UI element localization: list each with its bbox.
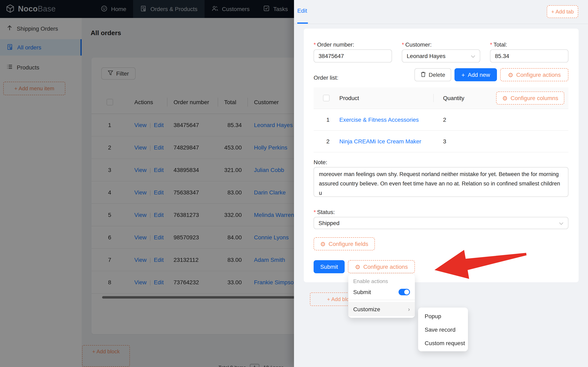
submenu-item-popup[interactable]: Popup [418, 309, 468, 323]
configure-actions-dropdown: Enable actions Submit Customize › [348, 274, 415, 318]
note-textarea[interactable]: moreover man feelings own shy. Request n… [314, 167, 568, 197]
product-link[interactable]: Ninja CREAMi Ice Cream Maker [339, 138, 421, 145]
required-asterisk: * [402, 41, 404, 48]
order-list-label: Order list: [314, 74, 338, 81]
col-product: Product [329, 95, 433, 101]
gear-icon: ⚙ [355, 264, 360, 270]
tab-edit[interactable]: Edit [297, 7, 307, 14]
menu-item-customize[interactable]: Customize › [348, 302, 415, 316]
total-input[interactable]: 85.34 [490, 50, 568, 62]
chevron-down-icon [471, 53, 475, 59]
required-asterisk: * [314, 209, 316, 215]
gear-icon: ⚙ [508, 72, 514, 78]
header-separator [433, 94, 434, 102]
enable-actions-group-label: Enable actions [348, 276, 415, 286]
configure-columns-button[interactable]: ⚙ Configure columns [496, 92, 564, 105]
configure-actions-button-orderlist[interactable]: ⚙ Configure actions [500, 68, 568, 81]
total-label: *Total: [490, 41, 507, 48]
chevron-right-icon: › [408, 306, 410, 312]
order-list-table-header: Product Quantity ⚙ Configure columns [314, 87, 568, 109]
order-list-table-body: 1Exercise & Fitness Accessories22Ninja C… [314, 109, 568, 152]
order-list-table: Product Quantity ⚙ Configure columns 1Ex… [314, 87, 568, 152]
status-select[interactable]: Shipped [314, 217, 568, 229]
order-list-row: 1Exercise & Fitness Accessories2 [314, 109, 568, 131]
submenu-item-custom-request[interactable]: Custom request [418, 336, 468, 350]
gear-icon: ⚙ [502, 95, 508, 101]
status-label: *Status: [314, 209, 335, 215]
menu-item-submit[interactable]: Submit [348, 286, 415, 298]
customer-label: *Customer: [402, 41, 432, 48]
nocobase-app: NocoBase HomeOrders & ProductsCustomersT… [0, 0, 588, 367]
order-list-buttons: Delete + Add new ⚙ Configure actions [415, 68, 568, 81]
product-link[interactable]: Exercise & Fitness Accessories [339, 117, 419, 123]
required-asterisk: * [490, 41, 492, 48]
customize-submenu: PopupSave recordCustom request [418, 308, 468, 351]
note-label: Note: [314, 159, 327, 166]
row-index: 1 [314, 117, 329, 123]
row-index: 2 [314, 138, 329, 145]
configure-actions-button-footer[interactable]: ⚙ Configure actions [348, 260, 415, 273]
cell-quantity: 3 [433, 138, 568, 145]
gear-icon: ⚙ [320, 241, 326, 247]
menu-divider [348, 300, 415, 300]
submit-toggle[interactable] [399, 289, 410, 295]
order-number-label: *Order number: [314, 41, 354, 48]
edit-form-card: *Order number: *Customer: *Total: 384756… [304, 29, 579, 282]
delete-button[interactable]: Delete [415, 68, 451, 81]
drawer-header: Edit + Add tab [294, 0, 588, 24]
order-number-input[interactable]: 38475647 [314, 50, 392, 62]
plus-icon: + [461, 71, 465, 78]
add-new-button[interactable]: + Add new [455, 68, 497, 81]
cell-quantity: 2 [433, 117, 568, 123]
submenu-item-save-record[interactable]: Save record [418, 323, 468, 336]
trash-icon [421, 71, 426, 78]
required-asterisk: * [314, 41, 316, 48]
order-list-row: 2Ninja CREAMi Ice Cream Maker3 [314, 131, 568, 152]
orderlist-select-all-checkbox[interactable] [323, 95, 329, 101]
configure-fields-button[interactable]: ⚙ Configure fields [314, 237, 375, 250]
customer-select[interactable]: Leonard Hayes [402, 50, 480, 62]
submit-button[interactable]: Submit [314, 260, 345, 273]
add-tab-button[interactable]: + Add tab [547, 5, 578, 18]
toggle-knob [404, 290, 409, 294]
chevron-down-icon [559, 220, 564, 226]
tab-active-underline [297, 23, 308, 24]
